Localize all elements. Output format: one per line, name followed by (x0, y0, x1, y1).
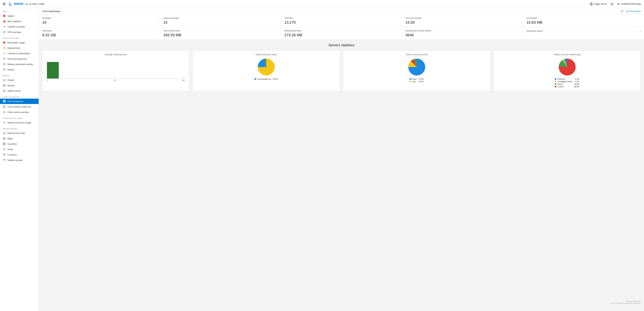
sidebar-item-history[interactable]: History (0, 67, 39, 72)
network-resource-chevron-icon: › (36, 122, 36, 124)
pie-content-type-svg (558, 58, 576, 76)
sidebar-section-main: Main (0, 8, 39, 13)
bar-axis: 0 50 100 (45, 79, 186, 82)
toggle-theme-button[interactable]: Toggle theme (590, 2, 607, 6)
stat-packages-label: Packages › (42, 17, 156, 19)
svg-point-40 (5, 134, 6, 134)
refresh-button[interactable] (621, 10, 624, 13)
svg-rect-25 (3, 86, 5, 86)
stat-total-cached-bytes: Total cached bytes 345.59 MB (160, 27, 281, 40)
bar-chart-card: Average cached percent 0 50 100 (42, 50, 189, 91)
legend-unknown: Unknown 6.3% (555, 78, 579, 80)
sidebar-item-red-leader[interactable]: Red leader usage (0, 40, 39, 45)
client-cache-label: Client cache overview (8, 111, 36, 114)
sidebar-item-chs-tracked[interactable]: CHS tracked content list (0, 104, 39, 110)
stat-deduplicated-bytes: Deduplicated bytes 273.26 MB (281, 27, 402, 40)
information-button[interactable]: Information (626, 10, 640, 13)
sidebar-item-client-cache[interactable]: Client cache overview (0, 110, 39, 115)
network-groups-icon (3, 158, 6, 162)
red-leader-icon (3, 41, 6, 44)
sidebar-item-transfers-downloads[interactable]: Transfers & downloads › (0, 51, 39, 56)
weekly-downloads-icon (3, 63, 6, 66)
pie-priority-legend: None 75.0% Low 12.5% (410, 78, 424, 83)
svg-rect-0 (590, 3, 591, 5)
svg-rect-46 (3, 143, 5, 145)
network-groups-label: Network groups (8, 159, 34, 162)
clients-label: Clients (8, 79, 34, 82)
sidebar-item-clients[interactable]: Clients › (0, 77, 39, 83)
main-content: CHS dashboard Information Packages › 16 (39, 8, 644, 311)
splash-label: Splash (8, 15, 36, 17)
sidebar-item-maps[interactable]: Maps › (0, 136, 39, 141)
legend-processing-errors: ProcessingErrors 50.0% (254, 78, 278, 80)
sidebar-item-network-tree[interactable]: Network tree view (0, 130, 39, 136)
legend-value-intune: 18.8% (574, 83, 580, 85)
areas-label: Areas (8, 148, 36, 150)
sidebar-item-running-sequences[interactable]: Running sequences › (0, 56, 39, 62)
transfer-overview-icon (3, 25, 6, 28)
client-cache-icon (3, 110, 6, 114)
app-logo: ☰ 📡 StifleR v2.12.0427.1446 (3, 2, 44, 6)
pie-dot-configmgr (555, 81, 556, 82)
pie-dot-intune (555, 83, 556, 85)
sidebar-item-network-groups[interactable]: Network groups › (0, 157, 39, 163)
info-icon (626, 10, 629, 13)
pie-priority-wrap: None 75.0% Low 12.5% (346, 58, 487, 83)
username-label: VIAMONSTRA\maku (621, 3, 641, 5)
user-icon (617, 2, 620, 6)
pie-content-type-title: Clients count per content type (496, 53, 638, 56)
monitor-icon-button[interactable] (610, 2, 614, 6)
sidebar-item-stifler-server[interactable]: StifleR server › (0, 88, 39, 94)
clients-chevron-icon: › (36, 79, 36, 81)
stat-dedup-cached-hashes: Deduplicated cached hashes 3648 (402, 27, 523, 40)
stifler-server-chevron-icon: › (36, 90, 36, 92)
network-groups-chevron-icon: › (36, 159, 36, 161)
sidebar-item-weekly-downloads[interactable]: Weekly downloads activity (0, 62, 39, 67)
stat-uncachable: Uncachable 15.63 MB (523, 14, 644, 27)
legend-intune: Intune 18.8% (555, 83, 579, 85)
sidebar-section-network-topology: Network topology (0, 125, 39, 130)
stat-total-bytes-value: 9.32 GB (42, 33, 156, 37)
legend-label-low: Low (412, 80, 417, 82)
stat-deduplicated-bytes-label: Deduplicated bytes (284, 30, 398, 32)
distribution-points-chevron-icon[interactable]: › (640, 30, 640, 32)
theme-icon (590, 2, 593, 6)
hamburger-icon[interactable]: ☰ (3, 2, 6, 6)
stat-dedup-cached-hashes-value: 3648 (406, 33, 520, 37)
sidebar-item-areas[interactable]: Areas (0, 146, 39, 152)
information-label: Information (630, 10, 640, 12)
vpn-icon (3, 30, 6, 34)
pie-slice-processing-errors-2 (258, 67, 275, 76)
weekly-downloads-label: Weekly downloads activity (8, 63, 36, 66)
packages-arrow-icon[interactable]: › (156, 17, 156, 19)
sidebar-item-transfer-overview[interactable]: Transfer overview (0, 24, 39, 30)
svg-rect-10 (5, 20, 6, 22)
sidebar-item-chs-dashboard[interactable]: CHS dashboard (0, 98, 39, 104)
header-actions: Information (621, 10, 640, 13)
bar-axis-100: 100 (182, 79, 185, 82)
monitor-icon (610, 2, 614, 6)
sidebar-item-network-resource[interactable]: Network resource usage › (0, 120, 39, 125)
sidebar-item-locations[interactable]: Locations › (0, 152, 39, 157)
main-statistics-label: Main statistics (8, 20, 36, 22)
refresh-icon (621, 10, 624, 13)
sidebar-item-deployments[interactable]: Deployments (0, 45, 39, 51)
pie-status-legend: ProcessingErrors 50.0% (254, 78, 278, 80)
sidebar-item-servers[interactable]: Servers (0, 83, 39, 88)
sidebar-item-main-statistics[interactable]: Main statistics (0, 18, 39, 24)
stat-total-files-value: 13,270 (284, 20, 398, 25)
bar-chart-wrap: 0 50 100 (45, 58, 186, 82)
stat-packages: Packages › 16 (39, 14, 160, 27)
transfers-chevron-icon: › (36, 52, 36, 54)
sidebar-item-vpn-overview[interactable]: VPN overview (0, 30, 39, 35)
stat-distribution-points: Distribution points › (523, 27, 644, 40)
history-icon (3, 68, 6, 71)
svg-line-42 (4, 133, 4, 134)
legend-value-low: 12.5% (418, 80, 424, 82)
sidebar-item-splash[interactable]: S Splash (0, 13, 39, 18)
stat-total-cached-bytes-value: 345.59 MB (163, 33, 278, 37)
charts-section-title: Server1 statistics (42, 43, 640, 47)
sidebar-item-countries[interactable]: Countries › (0, 141, 39, 146)
bar-chart-area (45, 58, 186, 79)
transfer-overview-label: Transfer overview (8, 26, 36, 28)
